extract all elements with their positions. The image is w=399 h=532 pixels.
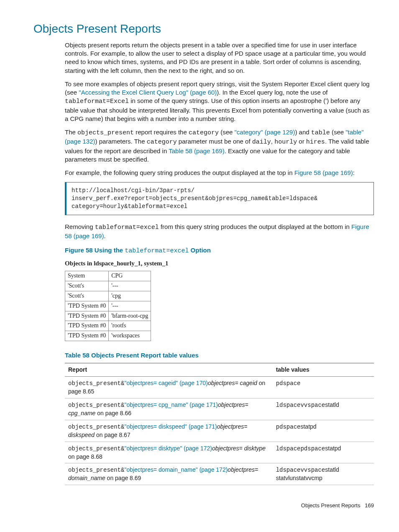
code-text: tableformat=excel [125, 247, 189, 254]
code-text: objects_present& [68, 424, 124, 430]
table-row: 'TPD System #0'rootfs [65, 321, 151, 331]
row-link[interactable]: "objectpres= cageid" (page 170) [124, 380, 207, 386]
row-link[interactable]: "objectpres= diskspeed" (page 171) [124, 423, 217, 430]
table-cell: objects_present&"objectpres= disktype" (… [65, 442, 273, 463]
text: ). In the Excel query log, note the use … [217, 89, 327, 96]
category-link[interactable]: "category" (page 129) [234, 129, 295, 136]
table-cell: 'cpg [109, 291, 151, 301]
code-text: pdspace [276, 424, 301, 430]
excel-log-link[interactable]: "Accessing the Excel Client Query Log" (… [79, 89, 217, 96]
table-cell: 'Scott's [65, 281, 109, 291]
text: Option [189, 247, 211, 254]
code-block: http://localhost/cgi-bin/3par-rpts/ inse… [65, 182, 374, 215]
table-header-row: Report table values [65, 363, 374, 377]
text: on page 8.68 [68, 453, 102, 460]
code-text: tableformat=excel [95, 224, 159, 231]
table-header-cell: table values [273, 363, 374, 377]
table-header-cell: System [65, 271, 109, 281]
row-link[interactable]: "objectpres= cpg_name" (page 171) [124, 401, 218, 408]
code-text: objects_present& [68, 402, 124, 409]
code-text: tableformat=Excel [65, 98, 129, 105]
table-row: 'Scott's'--- [65, 281, 151, 291]
text: For example, the following query string … [65, 169, 294, 176]
text: on page 8.67 [95, 432, 130, 438]
code-text: ldspacepdspace [276, 445, 325, 452]
code-text: objects_present& [68, 467, 124, 473]
text: Removing [65, 223, 95, 230]
text: : [353, 169, 355, 176]
table-row: objects_present&"objectpres= domain_name… [65, 463, 374, 485]
italic-text: objectpres= disktype [212, 445, 266, 452]
table-header-cell: Report [65, 363, 273, 377]
table-header-cell: CPG [109, 271, 151, 281]
table-cell: 'TPD System #0 [65, 331, 109, 341]
removing-paragraph: Removing tableformat=excel from this que… [65, 223, 374, 241]
table-cell: pdspace [273, 377, 374, 398]
row-link[interactable]: "objectpres= domain_name" (page 172) [124, 466, 228, 473]
text: The [65, 129, 77, 136]
code-text: objects_present& [68, 380, 124, 387]
code-text: hires [306, 139, 325, 146]
text: statpd [300, 423, 316, 430]
table-cell: ldspacepdspacestatpd [273, 442, 374, 463]
code-text: category [189, 129, 219, 136]
text: statpd [325, 445, 341, 452]
code-text: ldspacevvspace [276, 402, 325, 409]
text: report requires the [134, 129, 189, 136]
text: on page 8.69 [105, 475, 141, 481]
code-text: hourly [274, 139, 297, 146]
table-row: objects_present&"objectpres= disktype" (… [65, 442, 374, 463]
table-cell: pdspacestatpd [273, 420, 374, 442]
table58: Report table values objects_present&"obj… [65, 363, 374, 485]
table-cell: 'TPD System #0 [65, 321, 109, 331]
text: , [271, 138, 274, 145]
table-cell: objects_present&"objectpres= diskspeed" … [65, 420, 273, 442]
excel-paragraph: To see more examples of objects present … [65, 80, 374, 123]
code-text: table [311, 129, 330, 136]
table-cell: ldspacevvspacestatld statvlunstatvvcmp [273, 463, 374, 485]
text: ) and [295, 129, 311, 136]
example-table: System CPG 'Scott's'--- 'Scott's'cpg 'TP… [65, 271, 151, 341]
code-text: daily [252, 139, 271, 146]
table-cell: objects_present&"objectpres= cageid" (pa… [65, 377, 273, 398]
table-row: objects_present&"objectpres= cageid" (pa… [65, 377, 374, 398]
code-text: objects_present& [68, 445, 124, 452]
footer-page-number: 169 [365, 502, 374, 509]
italic-text: objectpres= cageid [208, 380, 257, 386]
table-cell: ldspacevvspacestatld [273, 398, 374, 420]
params-paragraph: The objects_present report requires the … [65, 128, 374, 164]
table-cell: '--- [109, 301, 151, 311]
code-text: pdspace [276, 380, 301, 387]
table-row: objects_present&"objectpres= diskspeed" … [65, 420, 374, 442]
table-row: 'TPD System #0'workspaces [65, 331, 151, 341]
code-text: objects_present [77, 129, 134, 136]
text: statld [325, 401, 339, 408]
text: parameter must be one of [177, 138, 252, 145]
table-cell: 'TPD System #0 [65, 311, 109, 321]
table-cell: objects_present&"objectpres= cpg_name" (… [65, 398, 273, 420]
text: (see [330, 129, 346, 136]
table58-link[interactable]: Table 58 (page 169) [169, 147, 224, 154]
body-content: Objects present reports return the objec… [65, 41, 374, 485]
page-heading: Objects Present Reports [33, 21, 374, 37]
table-cell: 'TPD System #0 [65, 301, 109, 311]
code-text: ldspacevvspace [276, 467, 325, 473]
text: on page 8.66 [95, 410, 131, 416]
text: from this query string produces the outp… [159, 223, 351, 230]
table-row: objects_present&"objectpres= cpg_name" (… [65, 398, 374, 420]
intro-paragraph: Objects present reports return the objec… [65, 41, 374, 75]
figure58-link[interactable]: Figure 58 (page 169) [294, 169, 353, 176]
table-cell: 'workspaces [109, 331, 151, 341]
text: Figure 58 Using the [65, 247, 125, 254]
text: or [297, 138, 306, 145]
text: ) parameters. The [95, 138, 147, 145]
row-link[interactable]: "objectpres= disktype" (page 172) [124, 445, 212, 452]
footer-label: Objects Present Reports [301, 502, 361, 509]
table-row: 'Scott's'cpg [65, 291, 151, 301]
table-row: 'TPD System #0'--- [65, 301, 151, 311]
figure-title: Figure 58 Using the tableformat=excel Op… [65, 246, 374, 255]
table-cell: 'bfarm-root-cpg [109, 311, 151, 321]
table-cell: 'Scott's [65, 291, 109, 301]
code-text: category [147, 139, 177, 146]
table-cell: objects_present&"objectpres= domain_name… [65, 463, 273, 485]
